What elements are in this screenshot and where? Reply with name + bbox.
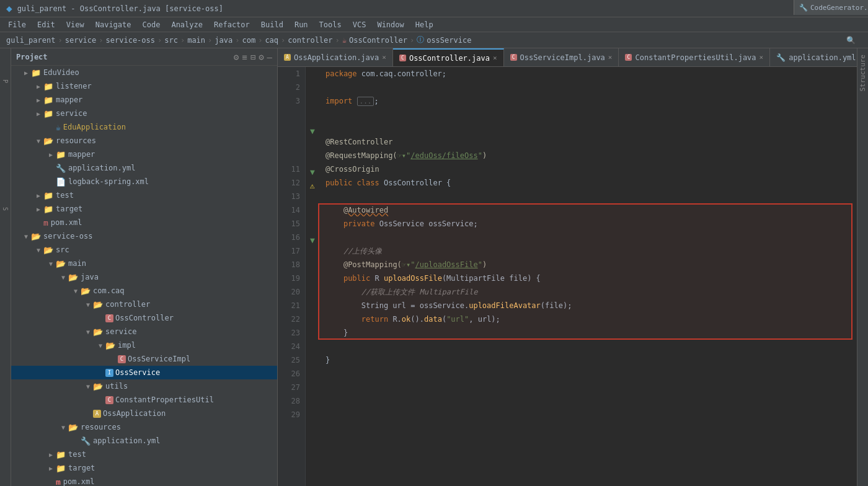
tab-close-constant[interactable]: × (760, 53, 764, 61)
tab-appyml[interactable]: 🔧 application.yml × (770, 48, 857, 66)
tree-item-ossservice[interactable]: I OssService (11, 366, 277, 379)
collapse-all-icon[interactable]: ≡ (242, 52, 247, 62)
tree-item-logback[interactable]: 📄 logback-spring.xml (11, 175, 277, 188)
menu-bar: File Edit View Navigate Code Analyze Ref… (0, 17, 868, 32)
tree-item-mapper2[interactable]: ▶ 📁 mapper (11, 148, 277, 161)
tree-item-mapper[interactable]: ▶ 📁 mapper (11, 93, 277, 107)
menu-tools[interactable]: Tools (314, 19, 347, 30)
tree-item-target2[interactable]: ▶ 📁 target (11, 461, 277, 475)
interface-icon: I (105, 369, 113, 377)
project-panel: Project ⚙ ≡ ⊟ ⚙ — ▶ 📁 EduVideo ▶ 📁 liste… (11, 48, 278, 486)
breadcrumb-controller[interactable]: controller (288, 36, 332, 45)
tree-item-pom[interactable]: m pom.xml (11, 216, 277, 229)
tree-arrow: ▼ (95, 342, 105, 349)
menu-help[interactable]: Help (410, 19, 438, 30)
breadcrumb-service-oss[interactable]: service-oss (106, 36, 155, 45)
menu-file[interactable]: File (3, 19, 31, 30)
breadcrumb-caq[interactable]: caq (265, 36, 278, 45)
tree-item-osscontroller[interactable]: C OssController (11, 311, 277, 325)
code-line-2 (326, 81, 857, 94)
tree-item-src[interactable]: ▼ 📂 src (11, 243, 277, 257)
tab-label-osscontroller: OssController.java (409, 54, 490, 63)
line-num-1: 1 (283, 67, 300, 81)
tree-item-java[interactable]: ▼ 📂 java (11, 270, 277, 284)
tree-item-impl[interactable]: ▼ 📂 impl (11, 338, 277, 352)
menu-build[interactable]: Build (256, 19, 288, 30)
breadcrumb-java[interactable]: java (215, 36, 232, 45)
code-line-19 (326, 231, 857, 244)
tree-item-appyml2[interactable]: 🔧 application.yml (11, 434, 277, 448)
tree-arrow (46, 479, 56, 485)
tree-item-listener[interactable]: ▶ 📁 listener (11, 79, 277, 93)
menu-navigate[interactable]: Navigate (91, 19, 136, 30)
tree-item-main[interactable]: ▼ 📂 main (11, 257, 277, 270)
breadcrumb-main[interactable]: main (187, 36, 205, 45)
menu-window[interactable]: Window (372, 19, 409, 30)
app-icon: ◆ (6, 2, 12, 14)
tree-item-utils[interactable]: ▼ 📂 utils (11, 379, 277, 393)
code-editor[interactable]: 1 2 3 11 12 13 14 15 16 17 18 19 20 21 2… (278, 67, 857, 486)
minimize-icon[interactable]: — (267, 52, 272, 62)
menu-run[interactable]: Run (290, 19, 313, 30)
tree-item-test[interactable]: ▶ 📁 test (11, 188, 277, 202)
tree-item-service-folder[interactable]: ▼ 📂 service (11, 325, 277, 338)
tree-item-ossserviceimpl[interactable]: C OssServiceImpl (11, 352, 277, 366)
tree-item-service[interactable]: ▶ 📁 service (11, 107, 277, 120)
tree-item-com-caq[interactable]: ▼ 📂 com.caq (11, 284, 277, 298)
menu-code[interactable]: Code (138, 19, 166, 30)
tree-item-eduvideo[interactable]: ▶ 📁 EduVideo (11, 66, 277, 79)
tab-close-ossserviceimpl[interactable]: × (608, 53, 613, 61)
tree-arrow: ▶ (46, 465, 56, 472)
tree-label: OssService (115, 368, 160, 377)
tab-osscontroller[interactable]: C OssController.java × (393, 48, 504, 66)
line-num-20: 20 (283, 285, 300, 299)
folder-icon: 📁 (43, 191, 53, 200)
tree-item-controller[interactable]: ▼ 📂 controller (11, 298, 277, 311)
code-content[interactable]: package com.caq.controller; import ... ; (319, 67, 857, 486)
breadcrumb-service[interactable]: service (65, 36, 97, 45)
window-title: guli_parent - OssController.java [servic… (17, 4, 223, 13)
tree-item-resources2[interactable]: ▼ 📂 resources (11, 420, 277, 434)
tree-label: main (68, 259, 86, 268)
fold-marker-22[interactable]: ▼ (306, 233, 319, 247)
tree-item-target[interactable]: ▶ 📁 target (11, 202, 277, 216)
tree-item-test2[interactable]: ▶ 📁 test (11, 448, 277, 461)
filter-icon[interactable]: ⊟ (250, 52, 255, 62)
sync-icon[interactable]: ⚙ (234, 52, 239, 62)
menu-refactor[interactable]: Refactor (209, 19, 255, 30)
breadcrumb-root[interactable]: guli_parent (6, 36, 55, 45)
tree-item-constantpropertiesutil[interactable]: C ConstantPropertiesUtil (11, 393, 277, 407)
search-icon[interactable]: 🔍 (846, 36, 856, 45)
menu-analyze[interactable]: Analyze (166, 19, 208, 30)
breadcrumb-ossservice[interactable]: ossService (427, 36, 471, 45)
line-num-3: 3 (283, 94, 300, 108)
fold-marker-15[interactable]: ▼ (306, 165, 319, 179)
tab-close-osscontroller[interactable]: × (493, 54, 497, 62)
tab-close-ossapplication[interactable]: × (382, 53, 386, 61)
fold-marker-12[interactable]: ▼ (306, 124, 319, 138)
code-line-13: @RequestMapping(☞▾"/eduOss/fileOss") (326, 149, 857, 162)
tree-item-resources[interactable]: ▼ 📂 resources (11, 134, 277, 148)
menu-view[interactable]: View (61, 19, 89, 30)
tree-item-ossapplication[interactable]: A OssApplication (11, 407, 277, 420)
tree-item-application-yml[interactable]: 🔧 application.yml (11, 161, 277, 175)
settings-icon[interactable]: ⚙ (259, 52, 264, 62)
tree-item-eduapplication[interactable]: ☕ EduApplication (11, 120, 277, 134)
code-line-24: String url = ossService.uploadFileAvatar… (326, 299, 857, 312)
tab-ossapplication[interactable]: A OssApplication.java × (278, 48, 393, 66)
breadcrumb-com[interactable]: com (242, 36, 255, 45)
breadcrumb-osscontroller[interactable]: OssController (349, 36, 407, 45)
tab-label-ossapplication: OssApplication.java (294, 53, 379, 62)
code-line-20: //上传头像 (326, 244, 857, 258)
menu-vcs[interactable]: VCS (348, 19, 371, 30)
breadcrumb-src[interactable]: src (164, 36, 178, 45)
tree-item-pom2[interactable]: m pom.xml (11, 475, 277, 486)
tree-label: controller (105, 300, 150, 309)
line-num-22: 22 (283, 312, 300, 326)
tab-constantpropertiesutil[interactable]: C ConstantPropertiesUtil.java × (619, 48, 770, 66)
menu-edit[interactable]: Edit (32, 19, 60, 30)
tab-ossserviceimpl[interactable]: C OssServiceImpl.java × (504, 48, 619, 66)
codegen-tab[interactable]: 🔧 CodeGenerator.ru (794, 0, 868, 15)
code-line-16 (326, 190, 857, 203)
tree-item-service-oss[interactable]: ▼ 📂 service-oss (11, 229, 277, 243)
